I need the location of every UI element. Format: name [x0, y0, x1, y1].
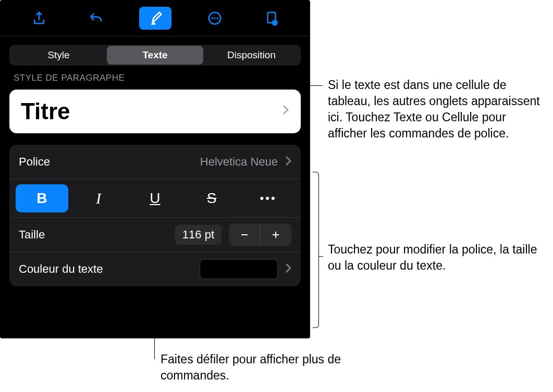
size-row: Taille 116 pt: [9, 218, 301, 252]
size-value[interactable]: 116 pt: [175, 225, 222, 245]
callout-line: [319, 256, 323, 257]
chevron-right-icon: [282, 104, 289, 119]
share-button[interactable]: [26, 5, 53, 32]
svg-point-1: [212, 18, 212, 18]
callout-line: [154, 327, 155, 359]
font-label: Police: [19, 155, 50, 169]
callout-line: [154, 66, 155, 85]
font-card: Police Helvetica Neue B I U S ••• Taille…: [9, 145, 301, 286]
text-color-label: Couleur du texte: [19, 262, 103, 276]
callout-text-2: Touchez pour modifier la police, la tail…: [328, 242, 552, 274]
size-increase-button[interactable]: [260, 224, 291, 246]
paragraph-style-row[interactable]: Titre: [9, 90, 301, 133]
text-color-swatch[interactable]: [200, 259, 278, 279]
italic-button[interactable]: I: [72, 184, 125, 212]
size-decrease-button[interactable]: [229, 224, 260, 246]
tab-disposition[interactable]: Disposition: [203, 46, 300, 65]
tab-bar: Style Texte Disposition: [9, 45, 301, 66]
more-format-button[interactable]: •••: [242, 184, 294, 212]
section-label-paragraph: STYLE DE PARAGRAPHE: [14, 73, 297, 83]
more-button[interactable]: [201, 5, 228, 32]
chevron-right-icon: [285, 262, 291, 276]
paragraph-style-title: Titre: [21, 98, 70, 124]
tab-style[interactable]: Style: [10, 46, 107, 65]
tab-texte[interactable]: Texte: [107, 46, 203, 65]
format-panel: Style Texte Disposition STYLE DE PARAGRA…: [0, 0, 310, 338]
document-view-button[interactable]: [258, 5, 285, 32]
font-value: Helvetica Neue: [200, 155, 278, 169]
size-label: Taille: [19, 228, 45, 242]
top-toolbar: [0, 0, 310, 36]
text-color-row[interactable]: Couleur du texte: [9, 252, 301, 286]
chevron-right-icon: [285, 155, 291, 169]
undo-button[interactable]: [82, 5, 109, 32]
svg-point-2: [214, 18, 215, 18]
underline-button[interactable]: U: [129, 184, 181, 212]
callout-text-1: Si le texte est dans une cellule de tabl…: [328, 77, 547, 142]
strikethrough-button[interactable]: S: [186, 184, 238, 212]
size-stepper: [229, 224, 291, 246]
callout-line: [154, 85, 323, 86]
svg-point-3: [217, 18, 217, 18]
font-row[interactable]: Police Helvetica Neue: [9, 145, 301, 179]
callout-text-3: Faites défiler pour afficher plus de com…: [161, 351, 348, 384]
callout-bracket: [313, 172, 319, 328]
bold-button[interactable]: B: [16, 184, 68, 212]
svg-point-6: [274, 21, 276, 23]
format-row: B I U S •••: [9, 179, 301, 218]
format-brush-button[interactable]: [139, 7, 171, 30]
